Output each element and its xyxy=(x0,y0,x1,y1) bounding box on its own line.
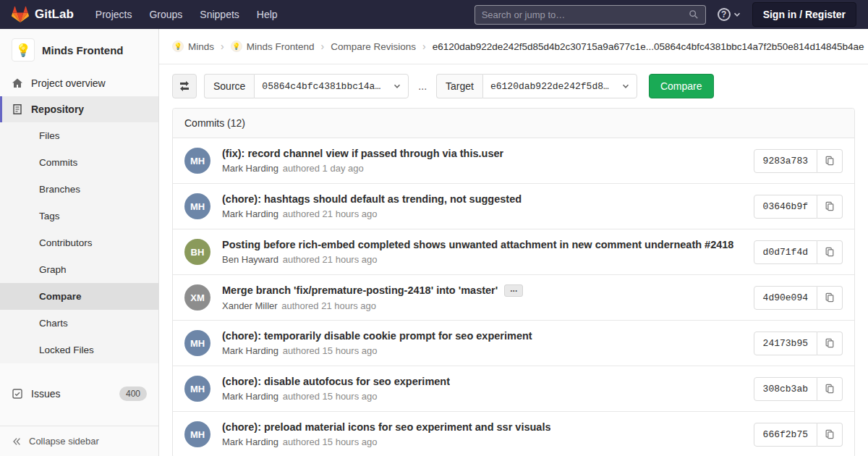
author-avatar[interactable]: MH xyxy=(184,376,210,402)
commit-sha-group: 666f2b75 xyxy=(754,423,843,447)
nav-link-snippets[interactable]: Snippets xyxy=(191,0,247,29)
collapse-sidebar-button[interactable]: Collapse sidebar xyxy=(0,426,158,456)
top-navbar: GitLab Projects Groups Snippets Help ? S… xyxy=(0,0,868,29)
commit-author-link[interactable]: Xander Miller xyxy=(222,300,278,311)
commit-meta: Xander Miller authored 21 hours ago xyxy=(222,300,742,311)
clipboard-icon xyxy=(825,247,835,257)
copy-sha-button[interactable] xyxy=(817,240,843,264)
commit-title-link[interactable]: (chore): disable autofocus for seo exper… xyxy=(222,376,450,387)
chevron-down-icon xyxy=(393,83,401,90)
copy-sha-button[interactable] xyxy=(817,195,843,219)
main-content: 💡 Minds › 💡 Minds Frontend › Compare Rev… xyxy=(159,29,868,456)
nav-link-groups[interactable]: Groups xyxy=(140,0,191,29)
commit-sha-link[interactable]: 4d90e094 xyxy=(754,286,817,310)
help-menu-button[interactable]: ? xyxy=(718,8,741,21)
global-search[interactable] xyxy=(475,5,706,25)
sign-in-register-button[interactable]: Sign in / Register xyxy=(752,2,856,27)
project-sidebar: 💡 Minds Frontend Project overview Reposi… xyxy=(0,29,159,456)
clipboard-icon xyxy=(825,384,835,394)
issues-count-badge: 400 xyxy=(119,387,147,401)
group-avatar-icon: 💡 xyxy=(172,41,184,52)
copy-sha-button[interactable] xyxy=(817,332,843,355)
commit-title-link[interactable]: Merge branch 'fix/premature-posting-2418… xyxy=(222,284,498,296)
commit-author-link[interactable]: Mark Harding xyxy=(222,391,278,402)
source-input-group: Source 05864c4bfc4381bbc14a… xyxy=(204,74,409,98)
copy-sha-button[interactable] xyxy=(817,149,843,173)
swap-revisions-button[interactable] xyxy=(172,74,197,98)
commit-sha-group: 4d90e094 xyxy=(754,286,843,310)
gitlab-home-link[interactable]: GitLab xyxy=(12,6,74,23)
commit-authored-time: authored 21 hours ago xyxy=(281,300,376,311)
target-input-group: Target e6120dab922de242f5d8… xyxy=(436,74,637,98)
commit-sha-link[interactable]: 308cb3ab xyxy=(754,377,817,401)
commit-title-link[interactable]: (chore): hashtags should default as tren… xyxy=(222,193,522,205)
breadcrumb-label: Minds xyxy=(188,41,214,52)
commit-author-link[interactable]: Ben Hayward xyxy=(222,254,278,265)
author-avatar[interactable]: XM xyxy=(184,284,210,311)
compare-button[interactable]: Compare xyxy=(649,74,714,98)
sidebar-item-branches[interactable]: Branches xyxy=(0,176,158,203)
expand-commit-message-button[interactable]: ... xyxy=(504,284,523,297)
commit-authored-time: authored 15 hours ago xyxy=(283,345,378,356)
clipboard-icon xyxy=(825,156,835,166)
sidebar-item-repository[interactable]: Repository xyxy=(0,96,158,122)
author-avatar[interactable]: MH xyxy=(184,148,210,174)
commit-sha-link[interactable]: d0d71f4d xyxy=(754,240,817,264)
commit-info: Posting before rich-embed completed show… xyxy=(222,239,742,265)
commit-author-link[interactable]: Mark Harding xyxy=(222,345,278,356)
commit-sha-link[interactable]: 666f2b75 xyxy=(754,423,817,447)
breadcrumb-separator: › xyxy=(320,41,324,52)
commit-info: (chore): temporarily disable cookie prom… xyxy=(222,330,742,356)
sidebar-item-locked-files[interactable]: Locked Files xyxy=(0,337,158,363)
sidebar-item-graph[interactable]: Graph xyxy=(0,256,158,283)
commit-sha-link[interactable]: 9283a783 xyxy=(754,149,817,173)
sidebar-item-contributors[interactable]: Contributors xyxy=(0,229,158,256)
commit-title-link[interactable]: (chore): preload material icons for seo … xyxy=(222,421,550,433)
sidebar-item-label: Project overview xyxy=(31,77,106,89)
commit-author-link[interactable]: Mark Harding xyxy=(222,436,278,447)
commit-sha-group: 24173b95 xyxy=(754,332,843,355)
commit-sha-link[interactable]: 03646b9f xyxy=(754,195,817,219)
breadcrumb-item-minds[interactable]: 💡 Minds xyxy=(172,41,214,52)
author-avatar[interactable]: MH xyxy=(184,421,210,447)
source-revision-dropdown[interactable]: 05864c4bfc4381bbc14a… xyxy=(254,74,409,98)
project-avatar[interactable]: 💡 xyxy=(12,38,35,62)
commit-author-link[interactable]: Mark Harding xyxy=(222,208,278,219)
target-revision-dropdown[interactable]: e6120dab922de242f5d8… xyxy=(482,74,637,98)
commit-sha-link[interactable]: 24173b95 xyxy=(754,332,817,355)
commit-sha-group: 308cb3ab xyxy=(754,377,843,401)
breadcrumb-item-minds-frontend[interactable]: 💡 Minds Frontend xyxy=(231,41,315,52)
nav-link-help[interactable]: Help xyxy=(248,0,286,29)
sidebar-item-compare[interactable]: Compare xyxy=(0,283,158,310)
author-avatar[interactable]: MH xyxy=(184,330,210,356)
sidebar-item-project-overview[interactable]: Project overview xyxy=(0,70,158,96)
sidebar-item-charts[interactable]: Charts xyxy=(0,310,158,337)
breadcrumb-item-compare-revisions[interactable]: Compare Revisions xyxy=(331,41,416,52)
repository-section: Repository Files Commits Branches Tags C… xyxy=(0,96,158,363)
gitlab-tanuki-icon xyxy=(12,6,29,23)
issues-icon xyxy=(12,388,23,400)
author-avatar[interactable]: BH xyxy=(184,239,210,265)
commit-title-link[interactable]: (chore): temporarily disable cookie prom… xyxy=(222,330,532,342)
commit-author-link[interactable]: Mark Harding xyxy=(222,163,278,174)
commit-authored-time: authored 1 day ago xyxy=(283,163,364,174)
commits-panel: Commits (12) MH (fix): record channel vi… xyxy=(172,108,855,456)
sidebar-item-commits[interactable]: Commits xyxy=(0,149,158,176)
search-input[interactable] xyxy=(482,9,689,20)
commit-row: MH (fix): record channel view if passed … xyxy=(173,138,854,184)
repository-icon xyxy=(12,104,23,115)
commit-authored-time: authored 15 hours ago xyxy=(283,436,378,447)
copy-sha-button[interactable] xyxy=(817,377,843,401)
search-icon xyxy=(689,9,699,20)
commit-title-link[interactable]: Posting before rich-embed completed show… xyxy=(222,239,733,250)
commit-info: (chore): disable autofocus for seo exper… xyxy=(222,376,742,402)
sidebar-item-tags[interactable]: Tags xyxy=(0,203,158,229)
sidebar-item-issues[interactable]: Issues 400 xyxy=(0,379,158,408)
copy-sha-button[interactable] xyxy=(817,286,843,310)
sidebar-item-files[interactable]: Files xyxy=(0,122,158,149)
commit-title-link[interactable]: (fix): record channel view if passed thr… xyxy=(222,148,503,159)
author-avatar[interactable]: MH xyxy=(184,193,210,219)
nav-link-projects[interactable]: Projects xyxy=(87,0,141,29)
commit-info: Merge branch 'fix/premature-posting-2418… xyxy=(222,284,742,311)
copy-sha-button[interactable] xyxy=(817,423,843,447)
